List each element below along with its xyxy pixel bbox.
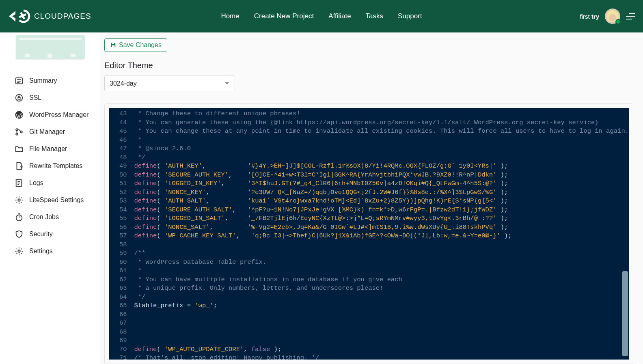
svg-point-9 (20, 131, 22, 133)
sidebar-item-settings[interactable]: Settings (0, 243, 100, 260)
svg-rect-5 (18, 97, 20, 99)
nav-tasks[interactable]: Tasks (366, 12, 383, 20)
svg-point-4 (16, 95, 23, 101)
code-editor[interactable]: 43 44 45 46 47 48 49 50 51 52 53 54 55 5… (109, 108, 629, 360)
template-icon (15, 162, 24, 170)
sidebar-item-label: SSL (29, 94, 41, 101)
sidebar-item-label: Security (29, 230, 53, 238)
sidebar-item-label: WordPress Manager (29, 111, 88, 118)
sidebar-item-wordpress[interactable]: WordPress Manager (0, 106, 100, 123)
summary-icon (15, 76, 24, 85)
svg-rect-20 (112, 43, 114, 44)
git-icon (15, 127, 24, 136)
sidebar-item-label: Rewrite Templates (29, 162, 82, 170)
gear-icon (15, 196, 24, 205)
editor-theme-select[interactable]: 3024-day (104, 75, 235, 91)
wordpress-icon (15, 110, 24, 119)
site-thumbnail[interactable] (16, 35, 85, 59)
main-content: Save Changes Editor Theme 3024-day 43 44… (100, 32, 643, 364)
sidebar-item-summary[interactable]: Summary (0, 72, 100, 89)
cloudpages-logo-icon (8, 8, 32, 25)
sidebar-item-logs[interactable]: Logs (0, 174, 100, 192)
editor-code[interactable]: * Change these to different unique phras… (130, 108, 629, 360)
editor-container: 43 44 45 46 47 48 49 50 51 52 53 54 55 5… (104, 103, 633, 364)
sidebar-item-label: Settings (29, 248, 53, 255)
brand-name: CLOUDPAGES (34, 12, 91, 21)
logs-icon (15, 179, 24, 187)
user-label: first try (580, 13, 599, 20)
sidebar-item-label: Logs (29, 179, 43, 187)
nav-support[interactable]: Support (398, 12, 422, 20)
sidebar-item-label: LiteSpeed Settings (29, 196, 84, 204)
sidebar-item-label: Git Manager (29, 128, 65, 136)
sidebar-item-cron[interactable]: Cron Jobs (0, 209, 100, 226)
sidebar-item-ssl[interactable]: SSL (0, 89, 100, 106)
lock-icon (15, 93, 24, 102)
stopwatch-icon (15, 213, 24, 222)
settings-icon (15, 247, 24, 256)
sidebar-item-rewrite[interactable]: Rewrite Templates (0, 157, 100, 174)
sidebar-item-label: Summary (29, 77, 57, 84)
top-nav: Home Create New Project Affiliate Tasks … (221, 12, 422, 20)
sidebar-item-label: Cron Jobs (29, 213, 59, 221)
folder-icon (15, 144, 24, 153)
svg-rect-21 (112, 45, 115, 47)
svg-point-15 (16, 215, 22, 221)
sidebar-item-file-manager[interactable]: File Manager (0, 140, 100, 157)
scroll-thumb[interactable] (622, 271, 628, 356)
sidebar-item-litespeed[interactable]: LiteSpeed Settings (0, 192, 100, 209)
sidebar-item-git[interactable]: Git Manager (0, 123, 100, 140)
save-changes-button[interactable]: Save Changes (104, 38, 167, 52)
svg-point-7 (16, 129, 18, 131)
editor-gutter: 43 44 45 46 47 48 49 50 51 52 53 54 55 5… (109, 108, 130, 360)
svg-point-19 (18, 250, 20, 252)
user-avatar[interactable] (605, 9, 620, 24)
top-bar: CLOUDPAGES Home Create New Project Affil… (0, 0, 643, 32)
sidebar-item-security[interactable]: Security (0, 226, 100, 243)
svg-point-8 (16, 133, 18, 135)
sidebar-item-label: File Manager (29, 145, 67, 153)
save-button-label: Save Changes (119, 41, 162, 49)
nav-affiliate[interactable]: Affiliate (328, 12, 351, 20)
svg-point-14 (18, 199, 20, 201)
brand-logo[interactable]: CLOUDPAGES (8, 8, 91, 25)
save-icon (110, 42, 117, 48)
nav-home[interactable]: Home (221, 12, 239, 20)
editor-scrollbar[interactable] (622, 110, 628, 358)
nav-create[interactable]: Create New Project (254, 12, 314, 20)
sidebar: Summary SSL WordPress Manager Git Manage… (0, 32, 100, 364)
online-status-dot (615, 19, 621, 24)
editor-theme-label: Editor Theme (104, 61, 633, 70)
shield-icon (15, 230, 24, 239)
settings-toggle-icon[interactable] (626, 13, 635, 19)
